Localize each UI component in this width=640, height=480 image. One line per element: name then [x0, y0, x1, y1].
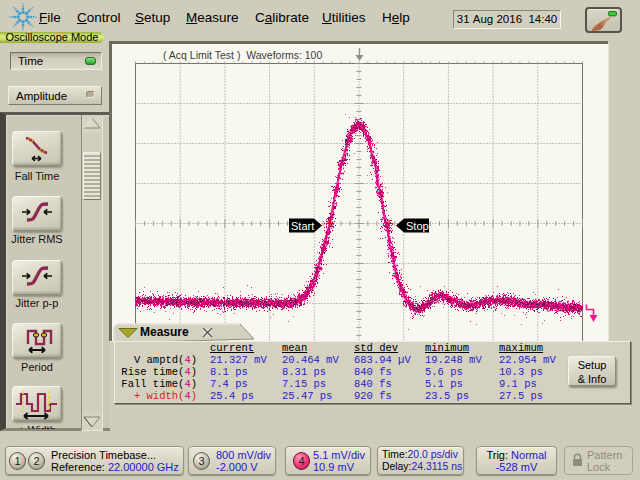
svg-text:Stop: Stop [406, 220, 429, 232]
svg-text:Start: Start [291, 220, 314, 232]
